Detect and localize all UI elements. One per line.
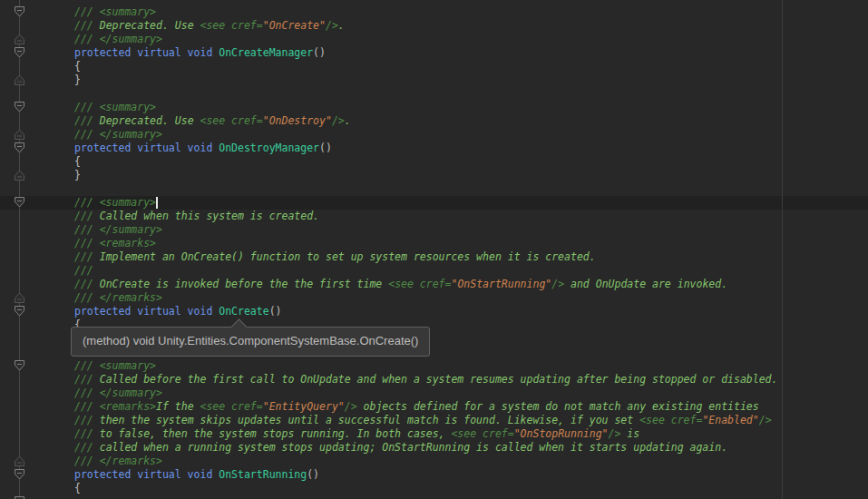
code-token-cmt: objects defined for a system do not matc… (357, 400, 759, 413)
code-token-cmt: Called before the first call to OnUpdate… (100, 373, 778, 386)
code-token-tag: /// <summary> (74, 359, 156, 372)
code-token-cmt: OnCreate is invoked before the the first… (100, 278, 389, 290)
code-line[interactable]: { (74, 60, 81, 73)
code-line[interactable]: /// </summary> (74, 386, 162, 400)
code-line[interactable]: /// </summary> (74, 128, 162, 142)
code-line[interactable]: /// <summary> (74, 101, 156, 114)
fold-end-icon[interactable] (14, 292, 25, 303)
code-token-tag: /// (74, 264, 93, 277)
code-line[interactable]: /// called when a running system stops u… (74, 441, 727, 455)
fold-collapse-icon[interactable] (14, 6, 25, 17)
code-token-tag: /// (74, 414, 100, 426)
code-line[interactable]: /// to false, then the system stops runn… (74, 427, 639, 441)
code-token-tag: <see cref= (639, 414, 702, 426)
fold-collapse-icon[interactable] (14, 306, 25, 317)
fold-end-icon[interactable] (14, 34, 25, 44)
fold-collapse-icon[interactable] (14, 360, 25, 371)
code-token-kw: protected virtual void (74, 142, 219, 154)
quick-info-tooltip: (method) void Unity.Entities.ComponentSy… (71, 327, 430, 357)
code-token-tag: /// <summary> (74, 5, 156, 18)
column-guide (782, 0, 783, 499)
code-line[interactable]: /// Called before the first call to OnUp… (74, 373, 777, 386)
code-token-tag: /// (74, 278, 100, 290)
code-token-tag: /// (74, 373, 100, 386)
code-line[interactable]: /// <summary> (74, 5, 156, 19)
code-token-cmt: then the system skips updates until a su… (100, 414, 639, 426)
fold-end-icon[interactable] (14, 455, 25, 466)
fold-collapse-icon[interactable] (14, 102, 25, 113)
code-token-punct: { (74, 155, 81, 168)
code-line[interactable]: /// Deprecated. Use <see cref="OnCreate"… (74, 19, 345, 33)
code-token-punct: () (313, 46, 326, 59)
fold-collapse-icon[interactable] (14, 142, 25, 153)
code-token-cmt: Deprecated. Use (100, 114, 200, 127)
code-token-punct: () (269, 305, 282, 318)
code-token-kw: protected virtual void (74, 46, 219, 59)
code-line[interactable]: /// (74, 264, 93, 278)
code-token-punct: { (74, 482, 81, 494)
code-line[interactable]: /// then the system skips updates until … (74, 414, 772, 427)
code-token-tag: /// <summary> (74, 101, 156, 113)
code-token-tag: /// (74, 441, 100, 454)
code-token-method: OnCreateManager (219, 46, 313, 59)
code-line[interactable]: protected virtual void OnStartRunning() (74, 468, 319, 482)
code-line[interactable]: } (74, 169, 81, 182)
code-token-punct: () (307, 468, 319, 481)
code-token-cmt: Called when this system is created. (100, 210, 319, 222)
code-line[interactable]: { (74, 155, 81, 169)
code-token-str: "EntityQuery" (263, 400, 345, 413)
code-token-tag: <see cref= (200, 19, 262, 32)
tooltip-text: (method) void Unity.Entities.ComponentSy… (83, 334, 418, 347)
code-token-method: OnDestroyManager (219, 142, 319, 154)
code-line[interactable]: { (74, 482, 81, 495)
code-token-tag: <see cref= (451, 427, 513, 440)
code-editor[interactable]: /// <summary>/// Deprecated. Use <see cr… (0, 0, 868, 499)
code-line[interactable]: protected virtual void OnCreate() (74, 305, 282, 318)
code-token-str: "OnStopRunning" (514, 427, 609, 440)
code-token-tag: /> (759, 414, 772, 426)
code-line[interactable]: /// </remarks> (74, 455, 162, 468)
code-line[interactable]: /// <summary> (74, 359, 156, 373)
code-token-str: "OnDestroy" (263, 114, 332, 127)
code-token-tag: /// </summary> (74, 386, 162, 399)
code-line[interactable]: protected virtual void OnCreateManager() (74, 46, 326, 60)
fold-end-icon[interactable] (14, 74, 25, 85)
code-line[interactable]: /// <remarks> (74, 237, 156, 250)
code-token-tag: <see cref= (200, 114, 262, 127)
code-line[interactable]: /// Implement an OnCreate() function to … (74, 250, 596, 264)
code-token-kw: protected virtual void (74, 468, 219, 481)
code-token-punct: { (74, 60, 81, 73)
code-token-str: "Enabled" (702, 414, 758, 426)
code-token-cmt: . (338, 19, 345, 32)
code-token-punct: () (319, 142, 332, 154)
code-line[interactable]: } (74, 73, 81, 87)
code-token-tag: /// (74, 19, 100, 32)
code-line[interactable]: /// Called when this system is created. (74, 210, 319, 223)
code-token-str: "OnStartRunning" (451, 278, 551, 290)
code-token-tag: /> (332, 114, 345, 127)
code-token-cmt: Implement an OnCreate() function to set … (100, 250, 596, 263)
code-token-cmt: If the (156, 400, 200, 413)
code-token-cmt: called when a running system stops updat… (100, 441, 727, 454)
code-token-str: "OnCreate" (263, 19, 326, 32)
fold-end-icon[interactable] (14, 129, 25, 140)
code-token-tag: /// </remarks> (74, 291, 162, 304)
code-line[interactable]: /// OnCreate is invoked before the the f… (74, 278, 727, 291)
code-line[interactable]: /// </summary> (74, 223, 162, 237)
code-line[interactable]: protected virtual void OnDestroyManager(… (74, 142, 332, 155)
code-line[interactable]: /// <summary> (74, 196, 156, 210)
tooltip-arrow-icon (230, 318, 247, 335)
code-token-tag: <see cref= (388, 278, 451, 290)
code-token-tag: /> (609, 427, 621, 440)
fold-collapse-icon[interactable] (14, 469, 25, 480)
code-line[interactable]: /// </remarks> (74, 291, 162, 305)
fold-collapse-icon[interactable] (14, 47, 25, 58)
code-line[interactable]: /// Deprecated. Use <see cref="OnDestroy… (74, 114, 351, 128)
code-line[interactable]: /// <remarks>If the <see cref="EntityQue… (74, 400, 759, 414)
code-token-cmt: and OnUpdate are invoked. (564, 278, 727, 290)
code-token-tag: /// <remarks> (74, 237, 156, 250)
fold-collapse-icon[interactable] (14, 197, 25, 208)
code-token-tag: /// </summary> (74, 33, 162, 45)
code-line[interactable]: /// </summary> (74, 33, 162, 46)
fold-end-icon[interactable] (14, 170, 25, 181)
